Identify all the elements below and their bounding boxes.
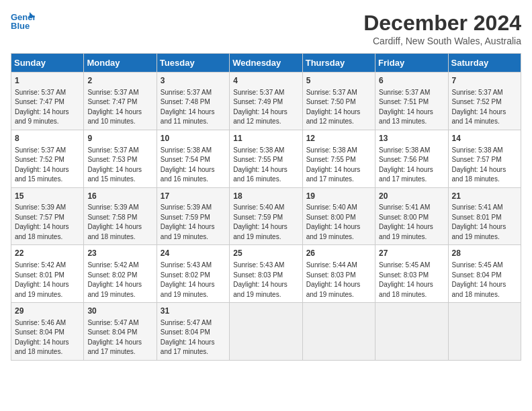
calendar-cell: 19Sunrise: 5:40 AMSunset: 8:00 PMDayligh… <box>302 187 375 245</box>
day-number: 28 <box>452 248 517 259</box>
day-number: 1 <box>15 75 80 87</box>
col-monday: Monday <box>84 54 157 73</box>
calendar-week-3: 15Sunrise: 5:39 AMSunset: 7:57 PMDayligh… <box>11 187 521 245</box>
day-info: Sunrise: 5:47 AMSunset: 8:04 PMDaylight:… <box>161 318 226 357</box>
calendar-cell: 29Sunrise: 5:46 AMSunset: 8:04 PMDayligh… <box>11 303 84 361</box>
day-info: Sunrise: 5:43 AMSunset: 8:03 PMDaylight:… <box>233 261 298 300</box>
calendar-cell: 27Sunrise: 5:45 AMSunset: 8:03 PMDayligh… <box>375 245 448 303</box>
day-number: 22 <box>15 248 80 259</box>
day-number: 23 <box>87 248 152 259</box>
calendar-cell: 9Sunrise: 5:37 AMSunset: 7:53 PMDaylight… <box>84 130 157 187</box>
day-info: Sunrise: 5:43 AMSunset: 8:02 PMDaylight:… <box>161 261 226 300</box>
calendar-cell: 14Sunrise: 5:38 AMSunset: 7:57 PMDayligh… <box>448 130 521 187</box>
calendar-cell: 22Sunrise: 5:42 AMSunset: 8:01 PMDayligh… <box>11 245 84 303</box>
day-info: Sunrise: 5:37 AMSunset: 7:51 PMDaylight:… <box>379 88 444 127</box>
day-number: 9 <box>87 133 152 144</box>
day-number: 8 <box>15 133 80 144</box>
day-info: Sunrise: 5:37 AMSunset: 7:50 PMDaylight:… <box>306 88 371 127</box>
day-info: Sunrise: 5:38 AMSunset: 7:55 PMDaylight:… <box>306 146 371 185</box>
day-number: 31 <box>161 306 226 317</box>
day-info: Sunrise: 5:37 AMSunset: 7:47 PMDaylight:… <box>87 88 152 127</box>
calendar-week-2: 8Sunrise: 5:37 AMSunset: 7:52 PMDaylight… <box>11 130 521 187</box>
day-info: Sunrise: 5:39 AMSunset: 7:57 PMDaylight:… <box>15 203 80 242</box>
calendar-cell: 17Sunrise: 5:39 AMSunset: 7:59 PMDayligh… <box>157 187 229 245</box>
day-info: Sunrise: 5:44 AMSunset: 8:03 PMDaylight:… <box>306 261 371 300</box>
calendar-cell <box>448 303 521 361</box>
day-number: 25 <box>233 248 298 259</box>
day-info: Sunrise: 5:37 AMSunset: 7:52 PMDaylight:… <box>15 146 80 185</box>
calendar-subtitle: Cardiff, New South Wales, Australia <box>363 36 521 46</box>
day-info: Sunrise: 5:38 AMSunset: 7:56 PMDaylight:… <box>379 146 444 185</box>
day-info: Sunrise: 5:40 AMSunset: 8:00 PMDaylight:… <box>306 203 371 242</box>
day-number: 4 <box>233 75 298 87</box>
logo: General Blue <box>11 11 35 31</box>
day-info: Sunrise: 5:37 AMSunset: 7:53 PMDaylight:… <box>87 146 152 185</box>
calendar-title: December 2024 <box>363 11 521 36</box>
day-info: Sunrise: 5:40 AMSunset: 7:59 PMDaylight:… <box>233 203 298 242</box>
col-thursday: Thursday <box>302 54 375 73</box>
day-number: 7 <box>452 75 517 87</box>
calendar-cell <box>230 303 302 361</box>
col-friday: Friday <box>375 54 448 73</box>
calendar-cell: 3Sunrise: 5:37 AMSunset: 7:48 PMDaylight… <box>157 73 229 130</box>
day-info: Sunrise: 5:45 AMSunset: 8:04 PMDaylight:… <box>452 261 517 300</box>
day-number: 16 <box>87 191 152 202</box>
calendar-cell: 2Sunrise: 5:37 AMSunset: 7:47 PMDaylight… <box>84 73 157 130</box>
day-number: 19 <box>306 191 371 202</box>
day-info: Sunrise: 5:37 AMSunset: 7:47 PMDaylight:… <box>15 88 80 127</box>
title-area: December 2024 Cardiff, New South Wales, … <box>363 11 521 46</box>
day-info: Sunrise: 5:37 AMSunset: 7:49 PMDaylight:… <box>233 88 298 127</box>
calendar-cell: 12Sunrise: 5:38 AMSunset: 7:55 PMDayligh… <box>302 130 375 187</box>
calendar-cell <box>375 303 448 361</box>
calendar-week-1: 1Sunrise: 5:37 AMSunset: 7:47 PMDaylight… <box>11 73 521 130</box>
calendar-cell: 13Sunrise: 5:38 AMSunset: 7:56 PMDayligh… <box>375 130 448 187</box>
calendar-cell: 5Sunrise: 5:37 AMSunset: 7:50 PMDaylight… <box>302 73 375 130</box>
day-info: Sunrise: 5:45 AMSunset: 8:03 PMDaylight:… <box>379 261 444 300</box>
day-number: 26 <box>306 248 371 259</box>
day-info: Sunrise: 5:46 AMSunset: 8:04 PMDaylight:… <box>15 318 80 357</box>
calendar-cell: 31Sunrise: 5:47 AMSunset: 8:04 PMDayligh… <box>157 303 229 361</box>
day-info: Sunrise: 5:41 AMSunset: 8:00 PMDaylight:… <box>379 203 444 242</box>
calendar-cell: 24Sunrise: 5:43 AMSunset: 8:02 PMDayligh… <box>157 245 229 303</box>
header-row: Sunday Monday Tuesday Wednesday Thursday… <box>11 54 521 73</box>
calendar-cell: 7Sunrise: 5:37 AMSunset: 7:52 PMDaylight… <box>448 73 521 130</box>
day-number: 6 <box>379 75 444 87</box>
svg-text:Blue: Blue <box>11 21 30 31</box>
day-number: 3 <box>161 75 226 87</box>
col-sunday: Sunday <box>11 54 84 73</box>
calendar-week-5: 29Sunrise: 5:46 AMSunset: 8:04 PMDayligh… <box>11 303 521 361</box>
day-number: 29 <box>15 306 80 317</box>
calendar-cell: 11Sunrise: 5:38 AMSunset: 7:55 PMDayligh… <box>230 130 302 187</box>
calendar-cell: 20Sunrise: 5:41 AMSunset: 8:00 PMDayligh… <box>375 187 448 245</box>
calendar-cell: 30Sunrise: 5:47 AMSunset: 8:04 PMDayligh… <box>84 303 157 361</box>
day-number: 17 <box>161 191 226 202</box>
day-number: 13 <box>379 133 444 144</box>
day-number: 27 <box>379 248 444 259</box>
day-number: 10 <box>161 133 226 144</box>
day-number: 11 <box>233 133 298 144</box>
calendar-cell <box>302 303 375 361</box>
day-info: Sunrise: 5:37 AMSunset: 7:52 PMDaylight:… <box>452 88 517 127</box>
day-number: 30 <box>87 306 152 317</box>
day-info: Sunrise: 5:38 AMSunset: 7:55 PMDaylight:… <box>233 146 298 185</box>
day-info: Sunrise: 5:37 AMSunset: 7:48 PMDaylight:… <box>161 88 226 127</box>
col-wednesday: Wednesday <box>230 54 302 73</box>
day-number: 12 <box>306 133 371 144</box>
calendar-cell: 18Sunrise: 5:40 AMSunset: 7:59 PMDayligh… <box>230 187 302 245</box>
calendar-cell: 8Sunrise: 5:37 AMSunset: 7:52 PMDaylight… <box>11 130 84 187</box>
day-number: 5 <box>306 75 371 87</box>
col-saturday: Saturday <box>448 54 521 73</box>
calendar-cell: 28Sunrise: 5:45 AMSunset: 8:04 PMDayligh… <box>448 245 521 303</box>
day-info: Sunrise: 5:38 AMSunset: 7:57 PMDaylight:… <box>452 146 517 185</box>
day-number: 15 <box>15 191 80 202</box>
calendar-cell: 10Sunrise: 5:38 AMSunset: 7:54 PMDayligh… <box>157 130 229 187</box>
calendar-cell: 23Sunrise: 5:42 AMSunset: 8:02 PMDayligh… <box>84 245 157 303</box>
logo-icon: General Blue <box>11 11 35 31</box>
calendar-cell: 15Sunrise: 5:39 AMSunset: 7:57 PMDayligh… <box>11 187 84 245</box>
calendar-cell: 25Sunrise: 5:43 AMSunset: 8:03 PMDayligh… <box>230 245 302 303</box>
header: General Blue December 2024 Cardiff, New … <box>11 11 521 46</box>
col-tuesday: Tuesday <box>157 54 229 73</box>
day-info: Sunrise: 5:39 AMSunset: 7:58 PMDaylight:… <box>87 203 152 242</box>
day-number: 21 <box>452 191 517 202</box>
day-number: 18 <box>233 191 298 202</box>
